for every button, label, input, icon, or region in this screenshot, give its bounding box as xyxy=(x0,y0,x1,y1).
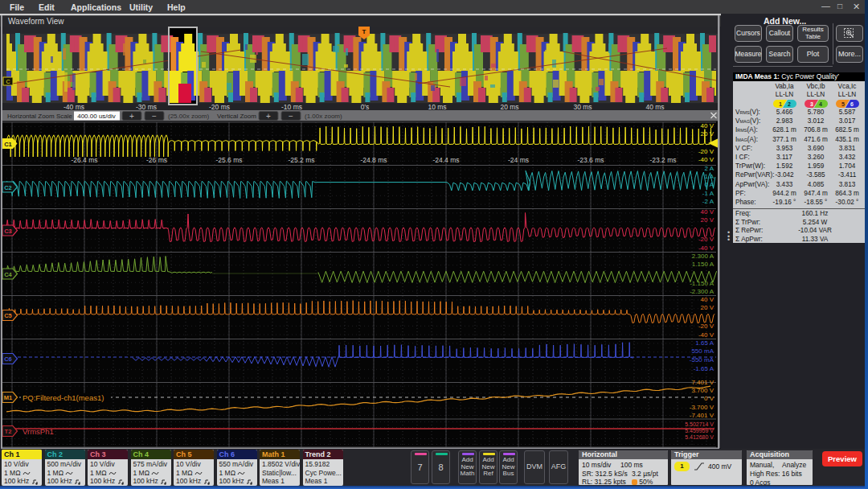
svg-text:-20 V: -20 V xyxy=(698,236,714,243)
svg-text:-24.4 ms: -24.4 ms xyxy=(432,156,459,164)
svg-text:40 ms: 40 ms xyxy=(645,103,664,111)
svg-text:-26.4 ms: -26.4 ms xyxy=(71,156,97,164)
svg-text:-1 A: -1 A xyxy=(702,190,714,197)
svg-text:VrmsPh1: VrmsPh1 xyxy=(23,427,54,436)
svg-text:40 V: 40 V xyxy=(701,122,714,129)
svg-text:-25.6 ms: -25.6 ms xyxy=(215,156,242,164)
svg-text:5: 5 xyxy=(841,101,845,107)
svg-text:-2.300 A: -2.300 A xyxy=(690,288,714,295)
svg-text:20 V: 20 V xyxy=(701,216,714,224)
svg-text:-1.65 A: -1.65 A xyxy=(694,365,714,372)
svg-text:C6: C6 xyxy=(4,355,12,363)
svg-text:C: C xyxy=(6,79,10,84)
svg-text:-550 mA: -550 mA xyxy=(690,356,714,364)
svg-text:40 V: 40 V xyxy=(701,296,714,303)
svg-text:C3: C3 xyxy=(4,228,12,235)
svg-text:-26 ms: -26 ms xyxy=(146,156,167,164)
svg-text:5.459959 V: 5.459959 V xyxy=(685,428,714,434)
svg-text:20 V: 20 V xyxy=(701,130,714,138)
svg-text:-20 ms: -20 ms xyxy=(209,103,230,111)
svg-text:0’s: 0’s xyxy=(361,103,370,111)
svg-text:2.300 A: 2.300 A xyxy=(692,253,714,260)
svg-text:-23.2 ms: -23.2 ms xyxy=(649,156,676,164)
svg-text:-25.2 ms: -25.2 ms xyxy=(288,156,314,164)
svg-text:4: 4 xyxy=(819,101,822,107)
svg-text:40 V: 40 V xyxy=(701,208,714,216)
svg-text:5.412680 V: 5.412680 V xyxy=(685,434,714,440)
svg-text:-3.700 V: -3.700 V xyxy=(690,404,714,411)
svg-text:-40 V: -40 V xyxy=(698,156,714,163)
svg-text:20 ms: 20 ms xyxy=(500,103,518,111)
svg-text:6: 6 xyxy=(850,101,854,107)
svg-text:-20 V: -20 V xyxy=(698,323,714,330)
svg-text:2 A: 2 A xyxy=(704,165,714,172)
svg-text:-40 ms: -40 ms xyxy=(63,103,84,111)
svg-text:C1: C1 xyxy=(4,141,12,148)
svg-text:C2: C2 xyxy=(4,184,12,191)
svg-text:+: + xyxy=(129,112,134,121)
svg-text:T: T xyxy=(362,28,366,35)
svg-text:2: 2 xyxy=(788,101,791,107)
svg-text:30 ms: 30 ms xyxy=(573,103,592,111)
svg-text:400.00 us/div: 400.00 us/div xyxy=(77,113,116,120)
svg-text:Horizontal Zoom Scale: Horizontal Zoom Scale xyxy=(7,113,72,120)
svg-text:-24 ms: -24 ms xyxy=(508,156,529,164)
svg-text:3.700 V: 3.700 V xyxy=(691,387,714,394)
svg-text:Waveform View: Waveform View xyxy=(8,17,64,26)
svg-text:(1.00x zoom): (1.00x zoom) xyxy=(305,113,342,120)
svg-text:20 V: 20 V xyxy=(701,304,714,311)
svg-text:C4: C4 xyxy=(4,271,12,278)
svg-text:-10 ms: -10 ms xyxy=(281,103,302,111)
svg-text:−: − xyxy=(152,112,157,121)
svg-text:1 A: 1 A xyxy=(704,173,714,180)
svg-text:-40 V: -40 V xyxy=(698,244,714,252)
svg-text:7.401 V: 7.401 V xyxy=(691,379,714,386)
svg-text:-23.6 ms: -23.6 ms xyxy=(577,156,604,164)
svg-text:-1.150 A: -1.150 A xyxy=(690,280,714,287)
svg-text:1: 1 xyxy=(779,101,782,107)
svg-text:−: − xyxy=(289,112,293,121)
svg-text:-30 ms: -30 ms xyxy=(136,103,157,111)
svg-text:5.502714 V: 5.502714 V xyxy=(685,421,714,427)
svg-text:1.150 A: 1.150 A xyxy=(692,261,714,268)
svg-text:1.65 A: 1.65 A xyxy=(695,339,714,347)
svg-text:+: + xyxy=(266,112,271,121)
svg-text:-40 V: -40 V xyxy=(698,331,714,339)
svg-text:Vertical Zoom: Vertical Zoom xyxy=(217,113,256,120)
svg-text:M1: M1 xyxy=(4,394,12,401)
svg-text:(25.00x zoom): (25.00x zoom) xyxy=(168,113,209,120)
svg-text:C5: C5 xyxy=(4,312,12,319)
svg-text:0 V: 0 V xyxy=(704,395,714,402)
svg-text:T2: T2 xyxy=(5,428,12,435)
svg-text:3: 3 xyxy=(810,101,813,107)
svg-text:-2 A: -2 A xyxy=(702,198,714,205)
svg-text:550 mA: 550 mA xyxy=(691,347,714,355)
svg-text:-24.8 ms: -24.8 ms xyxy=(360,156,387,164)
svg-text:PQ:Filtered-ch1(meas1): PQ:Filtered-ch1(meas1) xyxy=(23,393,104,402)
svg-text:-20 V: -20 V xyxy=(698,148,714,155)
svg-text:-7.401 V: -7.401 V xyxy=(690,412,714,419)
svg-text:10 ms: 10 ms xyxy=(428,103,446,111)
svg-text:0 A: 0 A xyxy=(704,181,714,188)
